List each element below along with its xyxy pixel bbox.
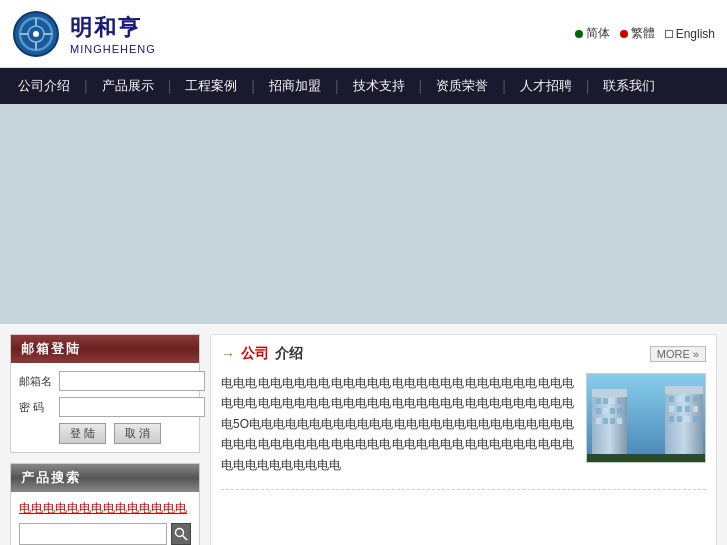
section-title-red: 公司 (241, 345, 269, 363)
svg-line-9 (183, 536, 188, 541)
logo-text: 明和亨 MINGHEHENG (70, 13, 156, 55)
btn-row: 登 陆 取 消 (19, 423, 191, 444)
lang-cn-label: 简体 (586, 25, 610, 42)
nav-item-2[interactable]: 工程案例 (171, 68, 251, 104)
svg-rect-20 (617, 408, 622, 414)
svg-rect-17 (596, 408, 601, 414)
svg-rect-13 (596, 398, 601, 404)
lang-cn[interactable]: 简体 (575, 25, 610, 42)
lang-cn-dot (575, 30, 583, 38)
product-search-row (19, 523, 191, 545)
lang-tw[interactable]: 繁體 (620, 25, 655, 42)
svg-rect-21 (596, 418, 601, 424)
svg-rect-28 (677, 396, 682, 402)
product-search-input[interactable] (19, 523, 167, 545)
product-search-title: 产品搜索 (11, 464, 199, 492)
email-login-box: 邮箱登陆 邮箱名 密 码 登 陆 取 消 (10, 334, 200, 453)
pwd-label: 密 码 (19, 400, 55, 415)
svg-rect-11 (592, 394, 627, 463)
lang-tw-dot (620, 30, 628, 38)
svg-rect-36 (677, 416, 682, 422)
pwd-row: 密 码 (19, 397, 191, 417)
nav-item-5[interactable]: 资质荣誉 (422, 68, 502, 104)
arrow-icon: → (221, 346, 235, 362)
product-search-content: 电电电电电电电电电电电电电电 (11, 492, 199, 545)
product-link[interactable]: 电电电电电电电电电电电电电电 (19, 500, 191, 517)
lang-en[interactable]: English (665, 27, 715, 41)
svg-rect-23 (610, 418, 615, 424)
sidebar: 邮箱登陆 邮箱名 密 码 登 陆 取 消 产品搜索 电电电电电电电 (10, 334, 200, 545)
nav-item-7[interactable]: 联系我们 (589, 68, 669, 104)
svg-rect-34 (693, 406, 698, 412)
main-content: 邮箱登陆 邮箱名 密 码 登 陆 取 消 产品搜索 电电电电电电电 (0, 324, 727, 545)
logo-area: 明和亨 MINGHEHENG (12, 10, 156, 58)
svg-rect-32 (677, 406, 682, 412)
logo-icon (12, 10, 60, 58)
svg-rect-39 (587, 454, 706, 463)
svg-rect-24 (617, 418, 622, 424)
svg-rect-19 (610, 408, 615, 414)
svg-rect-37 (685, 416, 690, 422)
section-divider (221, 489, 706, 490)
svg-rect-14 (603, 398, 608, 404)
product-search-box: 产品搜索 电电电电电电电电电电电电电电 (10, 463, 200, 545)
login-button[interactable]: 登 陆 (59, 423, 106, 444)
lang-en-dot (665, 30, 673, 38)
svg-rect-22 (603, 418, 608, 424)
logo-english: MINGHEHENG (70, 43, 156, 55)
svg-rect-33 (685, 406, 690, 412)
nav-item-3[interactable]: 招商加盟 (255, 68, 335, 104)
nav-item-1[interactable]: 产品展示 (88, 68, 168, 104)
search-icon (174, 527, 188, 541)
nav-item-4[interactable]: 技术支持 (339, 68, 419, 104)
nav-item-0[interactable]: 公司介绍 (4, 68, 84, 104)
logo-chinese: 明和亨 (70, 13, 156, 43)
svg-rect-18 (603, 408, 608, 414)
svg-rect-31 (669, 406, 674, 412)
company-intro-section: → 公司 介绍 MORE » 电电电电电电电电电电电电电电电电电电电电电电电电电… (210, 334, 717, 545)
section-title: → 公司 介绍 MORE » (221, 345, 706, 363)
svg-rect-27 (669, 396, 674, 402)
lang-tw-label: 繁體 (631, 25, 655, 42)
email-label: 邮箱名 (19, 374, 55, 389)
svg-point-8 (176, 529, 184, 537)
svg-rect-29 (685, 396, 690, 402)
more-button[interactable]: MORE » (650, 346, 706, 362)
svg-rect-30 (693, 396, 698, 402)
building-svg (587, 374, 706, 463)
product-search-button[interactable] (171, 523, 191, 545)
email-row: 邮箱名 (19, 371, 191, 391)
header: 明和亨 MINGHEHENG 简体 繁體 English (0, 0, 727, 68)
svg-point-3 (33, 31, 39, 37)
section-body: 电电电电电电电电电电电电电电电电电电电电电电电电电电电电电电电电电电电电电电电电… (221, 373, 706, 475)
email-form: 邮箱名 密 码 登 陆 取 消 (11, 363, 199, 452)
svg-rect-12 (592, 389, 627, 397)
svg-rect-15 (610, 398, 615, 404)
email-input[interactable] (59, 371, 205, 391)
main-nav: 公司介绍 | 产品展示 | 工程案例 | 招商加盟 | 技术支持 | 资质荣誉 … (0, 68, 727, 104)
svg-rect-38 (693, 416, 698, 422)
pwd-input[interactable] (59, 397, 205, 417)
svg-rect-26 (665, 386, 703, 394)
svg-rect-16 (617, 398, 622, 404)
lang-en-label: English (676, 27, 715, 41)
cancel-button[interactable]: 取 消 (114, 423, 161, 444)
section-title-black: 介绍 (275, 345, 303, 363)
email-login-title: 邮箱登陆 (11, 335, 199, 363)
company-description: 电电电电电电电电电电电电电电电电电电电电电电电电电电电电电电电电电电电电电电电电… (221, 373, 574, 475)
section-title-left: → 公司 介绍 (221, 345, 303, 363)
nav-item-6[interactable]: 人才招聘 (506, 68, 586, 104)
language-switcher: 简体 繁體 English (575, 25, 715, 42)
svg-rect-35 (669, 416, 674, 422)
banner (0, 104, 727, 324)
company-building-image (586, 373, 706, 463)
svg-rect-25 (665, 392, 703, 463)
banner-image (0, 104, 727, 324)
